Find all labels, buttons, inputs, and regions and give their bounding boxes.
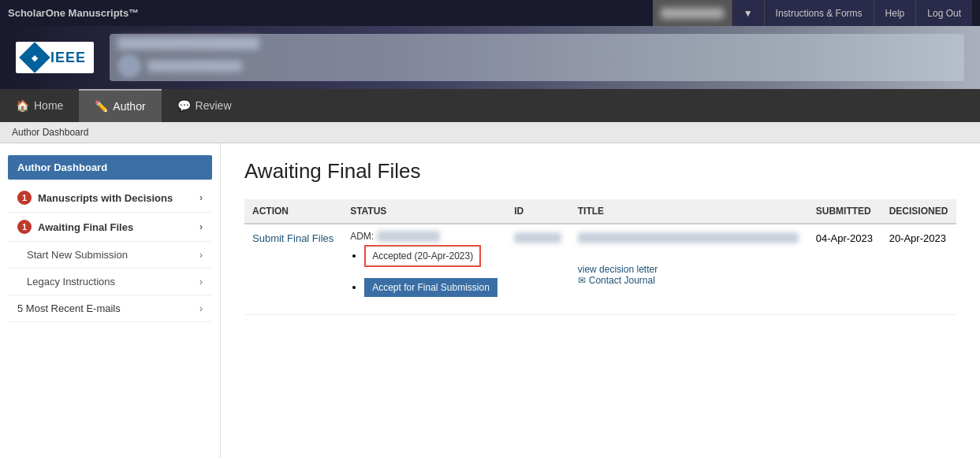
breadcrumb: Author Dashboard bbox=[0, 122, 980, 143]
sidebar-title: Author Dashboard bbox=[8, 155, 212, 180]
user-menu bbox=[653, 0, 732, 26]
awaiting-badge: 1 bbox=[17, 220, 32, 234]
data-table: ACTION STATUS ID TITLE SUBMITTED DECISIO… bbox=[244, 199, 956, 315]
ieee-diamond-icon: ◆ bbox=[19, 42, 50, 73]
action-cell: Submit Final Files bbox=[244, 224, 342, 315]
logout-button[interactable]: Log Out bbox=[915, 0, 972, 26]
sidebar: Author Dashboard 1 Manuscripts with Deci… bbox=[0, 143, 221, 458]
chevron-right-icon: › bbox=[199, 303, 203, 314]
title-blurred bbox=[578, 232, 799, 243]
table-row: Submit Final Files ADM: Accepted (20-Apr… bbox=[244, 224, 956, 315]
ieee-logo: ◆ IEEE bbox=[16, 42, 94, 73]
chevron-right-icon: › bbox=[199, 221, 203, 232]
col-decisioned: DECISIONED bbox=[881, 199, 956, 224]
submit-final-files-link[interactable]: Submit Final Files bbox=[252, 232, 333, 244]
col-action: ACTION bbox=[244, 199, 342, 224]
help-button[interactable]: Help bbox=[874, 0, 916, 26]
accepted-text: Accepted (20-Apr-2023) bbox=[372, 250, 473, 262]
top-bar: ScholarOne Manuscripts™ ▼ Instructions &… bbox=[0, 0, 980, 26]
adm-label: ADM: bbox=[350, 231, 374, 242]
tab-review[interactable]: 💬 Review bbox=[162, 89, 248, 122]
title-cell: view decision letter ✉ Contact Journal bbox=[570, 224, 808, 315]
sidebar-item-awaiting-final[interactable]: 1 Awaiting Final Files › bbox=[8, 213, 212, 242]
sidebar-item-manuscripts-decisions[interactable]: 1 Manuscripts with Decisions › bbox=[8, 184, 212, 213]
chevron-right-icon: › bbox=[199, 192, 203, 203]
sidebar-item-label: Start New Submission bbox=[27, 249, 128, 261]
banner-text-1 bbox=[117, 37, 259, 50]
col-submitted: SUBMITTED bbox=[808, 199, 881, 224]
chevron-right-icon: › bbox=[199, 250, 203, 261]
adm-blurred bbox=[377, 231, 440, 242]
manuscripts-badge: 1 bbox=[17, 191, 32, 205]
user-dropdown-button[interactable]: ▼ bbox=[732, 0, 764, 26]
decisioned-cell: 20-Apr-2023 bbox=[881, 224, 956, 315]
header: ◆ IEEE bbox=[0, 26, 980, 89]
main-layout: Author Dashboard 1 Manuscripts with Deci… bbox=[0, 143, 980, 458]
review-icon: 💬 bbox=[177, 99, 191, 112]
banner-text-2 bbox=[147, 61, 242, 72]
sidebar-item-legacy[interactable]: Legacy Instructions › bbox=[8, 269, 212, 295]
home-icon: 🏠 bbox=[16, 99, 29, 112]
view-decision-link[interactable]: view decision letter bbox=[578, 264, 800, 275]
banner-logo bbox=[117, 54, 141, 78]
sidebar-item-recent-emails[interactable]: 5 Most Recent E-mails › bbox=[8, 295, 212, 322]
page-title: Awaiting Final Files bbox=[244, 159, 956, 184]
header-banner bbox=[110, 34, 964, 81]
author-icon: ✏️ bbox=[95, 100, 108, 113]
accepted-box: Accepted (20-Apr-2023) bbox=[364, 245, 481, 267]
id-blurred bbox=[514, 232, 561, 243]
top-bar-actions: ▼ Instructions & Forms Help Log Out bbox=[653, 0, 972, 26]
sidebar-item-label: 5 Most Recent E-mails bbox=[17, 302, 121, 314]
ieee-text: IEEE bbox=[50, 50, 86, 66]
status-cell: ADM: Accepted (20-Apr-2023) Accept for F… bbox=[342, 224, 506, 315]
col-status: STATUS bbox=[342, 199, 506, 224]
app-name: ScholarOne Manuscripts™ bbox=[8, 7, 139, 19]
sidebar-item-start-new[interactable]: Start New Submission › bbox=[8, 242, 212, 269]
submitted-cell: 04-Apr-2023 bbox=[808, 224, 881, 315]
content-area: Awaiting Final Files ACTION STATUS ID TI… bbox=[221, 143, 980, 458]
tab-home[interactable]: 🏠 Home bbox=[0, 89, 79, 122]
chevron-right-icon: › bbox=[199, 276, 203, 288]
contact-journal-link[interactable]: ✉ Contact Journal bbox=[578, 275, 800, 286]
table-header-row: ACTION STATUS ID TITLE SUBMITTED DECISIO… bbox=[244, 199, 956, 224]
status-list: Accepted (20-Apr-2023) Accept for Final … bbox=[350, 245, 498, 303]
col-id: ID bbox=[506, 199, 570, 224]
nav-tabs: 🏠 Home ✏️ Author 💬 Review bbox=[0, 89, 980, 122]
user-name bbox=[661, 8, 724, 19]
id-cell bbox=[506, 224, 570, 315]
instructions-forms-button[interactable]: Instructions & Forms bbox=[764, 0, 874, 26]
sidebar-item-label: Manuscripts with Decisions bbox=[38, 192, 173, 204]
sidebar-item-label: Awaiting Final Files bbox=[38, 221, 133, 233]
accept-btn-item: Accept for Final Submission bbox=[364, 278, 498, 303]
col-title: TITLE bbox=[570, 199, 808, 224]
email-icon: ✉ bbox=[578, 275, 586, 286]
accepted-status-item: Accepted (20-Apr-2023) bbox=[364, 245, 498, 273]
accept-final-submission-button[interactable]: Accept for Final Submission bbox=[364, 278, 497, 297]
tab-author[interactable]: ✏️ Author bbox=[79, 89, 161, 122]
sidebar-item-label: Legacy Instructions bbox=[27, 276, 115, 288]
